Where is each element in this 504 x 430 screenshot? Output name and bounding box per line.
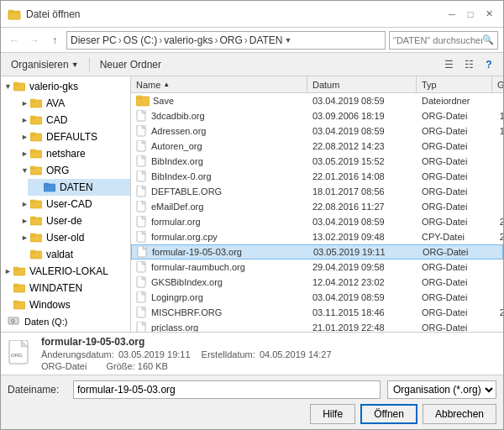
sidebar-item-org[interactable]: ▼ ORG [14, 162, 130, 179]
sidebar-item-user-cad[interactable]: ► User-CAD [14, 196, 130, 212]
sidebar-item-ava[interactable]: ► AVA [14, 95, 130, 112]
close-button[interactable]: ✕ [481, 7, 496, 22]
file-icon [136, 307, 148, 318]
sidebar-item-cad[interactable]: ► CAD [14, 112, 130, 128]
view-icons: ☰ ☷ ? [439, 55, 498, 74]
sidebar-label-netshare: netshare [46, 148, 86, 160]
table-row[interactable]: eMailDef.org22.08.2016 11:27ORG-Datei32 … [131, 199, 503, 214]
sidebar-label-defaults: DEFAULTS [46, 131, 97, 143]
view-list-button[interactable]: ☰ [439, 55, 458, 74]
file-list-header: Name ▲ Datum Typ Größe M [131, 76, 503, 93]
col-type-header[interactable]: Typ [417, 76, 492, 92]
filename-label: Dateiname: [8, 384, 66, 396]
search-icon[interactable]: 🔍 [482, 34, 494, 45]
sidebar-item-valdat[interactable]: ► valdat [14, 246, 130, 263]
sidebar-item-valerio-lokal[interactable]: ► VALERIO-LOKAL [1, 263, 130, 280]
help-icon-button[interactable]: ? [480, 55, 498, 74]
col-name-header[interactable]: Name ▲ [131, 76, 307, 92]
forward-button[interactable]: → [26, 32, 43, 49]
file-icon [136, 231, 148, 243]
sidebar-label-user-de: User-de [46, 215, 82, 227]
new-folder-button[interactable]: Neuer Ordner [95, 57, 166, 72]
help-button[interactable]: Hilfe [310, 404, 355, 424]
sidebar-item-windaten[interactable]: ► WINDATEN [1, 280, 130, 296]
file-list-container: Name ▲ Datum Typ Größe M Save03.04.2019 … [131, 76, 503, 332]
table-row[interactable]: BibIndex.org03.05.2019 15:52ORG-Datei48 … [131, 154, 503, 169]
table-row[interactable]: BibIndex-0.org22.01.2016 14:08ORG-Datei1… [131, 169, 503, 184]
sidebar-item-user-de[interactable]: ► User-de [14, 212, 130, 229]
sidebar-label-windows: Windows [29, 299, 71, 311]
info-change-date: Änderungsdatum: 03.05.2019 19:11 Erstell… [41, 349, 332, 359]
breadcrumb-valerio: valerio-gks [164, 34, 213, 46]
folder-icon [29, 248, 43, 261]
sidebar-item-user-old[interactable]: ► User-old [14, 229, 130, 246]
table-row[interactable]: Adressen.org03.04.2019 08:59ORG-Datei1.3… [131, 123, 503, 139]
svg-rect-26 [13, 267, 18, 270]
table-row[interactable]: MISCHBRF.ORG03.11.2015 18:46ORG-Datei2.5… [131, 305, 503, 320]
sidebar-label-drive-q: Daten (Q:) [24, 317, 67, 327]
filename-input[interactable] [73, 380, 381, 399]
table-row[interactable]: formular-19-05-03.org03.05.2019 19:11ORG… [131, 244, 503, 260]
svg-rect-28 [13, 284, 18, 286]
folder-icon [13, 281, 26, 295]
search-box[interactable]: 🔍 [389, 31, 498, 50]
toolbar: Organisieren ▼ Neuer Ordner ☰ ☷ ? [1, 53, 503, 76]
table-row[interactable]: DEFTABLE.ORG18.01.2017 08:56ORG-Datei34 … [131, 184, 503, 199]
table-row[interactable]: GKSBibIndex.org12.04.2012 23:02ORG-Datei… [131, 275, 503, 290]
folder-icon [136, 95, 150, 107]
file-icon [136, 110, 148, 122]
organize-button[interactable]: Organisieren ▼ [6, 57, 84, 72]
folder-icon [43, 181, 56, 194]
folder-icon [13, 80, 26, 93]
file-icon [136, 140, 148, 152]
breadcrumb-daten: DATEN [249, 34, 283, 46]
view-details-button[interactable]: ☷ [459, 55, 478, 74]
sidebar-label-valdat: valdat [46, 249, 73, 260]
cancel-button[interactable]: Abbrechen [423, 404, 496, 424]
svg-rect-43 [137, 125, 145, 136]
sidebar-item-drive-q[interactable]: Q: Daten (Q:) [1, 313, 130, 330]
svg-rect-10 [30, 133, 35, 135]
file-icon [136, 125, 148, 137]
file-list[interactable]: Save03.04.2019 08:59Dateiordner3dcadbib.… [131, 93, 503, 332]
table-row[interactable]: Autoren_org22.08.2012 14:23ORG-Datei80 K… [131, 139, 503, 154]
open-button[interactable]: Öffnen [360, 404, 417, 424]
folder-icon [29, 113, 43, 127]
svg-rect-53 [137, 201, 145, 212]
sidebar-item-defaults[interactable]: ► DEFAULTS [14, 128, 130, 145]
expand-icon: ► [21, 217, 29, 225]
back-button[interactable]: ← [6, 32, 23, 49]
sidebar-item-daten[interactable]: ► DATEN [28, 179, 130, 196]
col-size-header[interactable]: Größe [492, 76, 503, 92]
table-row[interactable]: Logingrp.org03.04.2019 08:59ORG-Datei144… [131, 290, 503, 305]
sidebar-label-valerio-lokal: VALERIO-LOKAL [29, 265, 108, 277]
sidebar-label-org: ORG [46, 165, 69, 176]
svg-rect-18 [30, 200, 35, 202]
svg-rect-24 [30, 250, 35, 253]
svg-rect-22 [30, 233, 35, 236]
sidebar-item-windows[interactable]: ► Windows [1, 296, 130, 313]
dialog-window: Datei öffnen ─ □ ✕ ← → ↑ Dieser PC › OS … [0, 0, 504, 430]
svg-rect-45 [137, 140, 145, 151]
chevron-down-icon: ▼ [71, 60, 79, 69]
up-button[interactable]: ↑ [46, 32, 63, 49]
table-row[interactable]: 3dcadbib.org03.09.2006 18:19ORG-Datei1.5… [131, 108, 503, 123]
svg-rect-47 [137, 155, 145, 166]
search-input[interactable] [393, 35, 482, 45]
svg-rect-14 [30, 166, 35, 169]
table-row[interactable]: prjclass.org21.01.2019 22:48ORG-Datei10 … [131, 320, 503, 332]
table-row[interactable]: Save03.04.2019 08:59Dateiordner [131, 93, 503, 108]
sidebar-item-netshare[interactable]: ► netshare [14, 145, 130, 162]
table-row[interactable]: formular.org03.04.2019 08:59ORG-Datei2.4… [131, 214, 503, 229]
breadcrumb[interactable]: Dieser PC › OS (C:) › valerio-gks › ORG … [66, 31, 386, 50]
col-date-header[interactable]: Datum [307, 76, 417, 92]
sidebar-item-valerio-gks[interactable]: ▼ valerio-gks [1, 78, 130, 95]
expand-icon: ► [21, 99, 29, 108]
maximize-button[interactable]: □ [463, 7, 478, 22]
minimize-button[interactable]: ─ [444, 7, 459, 22]
filetype-select[interactable]: Organisation (*.org)Alle Dateien (*.*) [387, 380, 496, 399]
table-row[interactable]: formular.org.cpy13.02.2019 09:48CPY-Date… [131, 229, 503, 244]
table-row[interactable]: formular-raumbuch.org29.04.2019 09:58ORG… [131, 260, 503, 275]
svg-rect-65 [137, 291, 145, 302]
expand-icon: ▼ [21, 166, 29, 175]
